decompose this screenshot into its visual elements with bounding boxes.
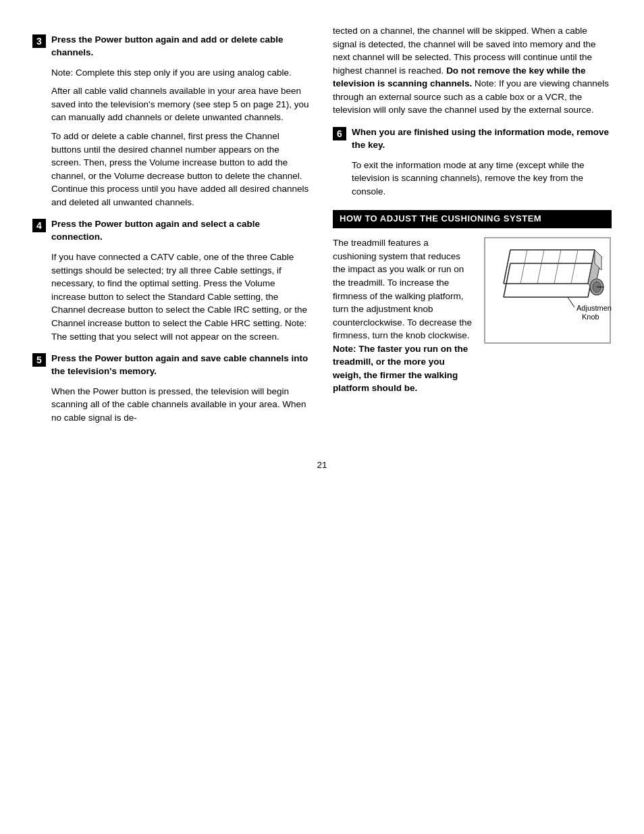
step-4-para1: If you have connected a CATV cable, one …: [51, 251, 311, 343]
step-4: 4 Press the Power button again and selec…: [32, 218, 311, 244]
svg-text:Knob: Knob: [582, 313, 599, 321]
two-column-layout: 3 Press the Power button again and add o…: [32, 24, 612, 432]
page-number: 21: [32, 459, 612, 472]
cushion-content: The treadmill features a cushioning syst…: [333, 236, 612, 395]
step-5-continued: tected on a channel, the channel will be…: [333, 24, 612, 117]
step-3-para3: To add or delete a cable channel, first …: [51, 130, 311, 209]
step-5-title: Press the Power button again and save ca…: [51, 353, 311, 378]
step-5-para1: When the Power button is pressed, the te…: [51, 385, 311, 425]
left-column: 3 Press the Power button again and add o…: [32, 24, 311, 432]
cushion-para2-text: turn the knob clockwise.: [373, 330, 470, 340]
page: 3 Press the Power button again and add o…: [0, 0, 644, 834]
step-3-number: 3: [32, 34, 46, 48]
step-3-para1: Note: Complete this step only if you are…: [51, 66, 311, 80]
cushion-text: The treadmill features a cushioning syst…: [333, 236, 474, 395]
cushion-para1-text: The treadmill features a cushioning syst…: [333, 238, 472, 340]
step-4-title: Press the Power button again and select …: [51, 218, 311, 244]
svg-text:Adjustment: Adjustment: [576, 304, 612, 312]
cushion-svg: Adjustment Knob: [483, 236, 612, 344]
step-5: 5 Press the Power button again and save …: [32, 353, 311, 378]
step-3-para2: After all cable valid channels available…: [51, 84, 311, 124]
cushion-section-header: HOW TO ADJUST THE CUSHIONING SYSTEM: [333, 210, 612, 228]
right-column: tected on a channel, the channel will be…: [333, 24, 612, 432]
step-4-body: If you have connected a CATV cable, one …: [51, 251, 311, 343]
step-5-body: When the Power button is pressed, the te…: [51, 385, 311, 425]
cushion-para2-bold: Note: The faster you run on the treadmil…: [333, 344, 468, 394]
cushion-section: HOW TO ADJUST THE CUSHIONING SYSTEM The …: [333, 210, 612, 395]
step-6: 6 When you are finished using the inform…: [333, 126, 612, 152]
step-6-body: To exit the information mode at any time…: [352, 159, 612, 199]
step-3-title: Press the Power button again and add or …: [51, 34, 311, 59]
cushion-diagram: Adjustment Knob: [483, 236, 612, 348]
step-3: 3 Press the Power button again and add o…: [32, 34, 311, 59]
step-5-number: 5: [32, 353, 46, 367]
step-4-number: 4: [32, 219, 46, 232]
step-6-title: When you are finished using the informat…: [352, 126, 612, 152]
step-6-para1: To exit the information mode at any time…: [352, 159, 612, 199]
cushion-para1: The treadmill features a cushioning syst…: [333, 236, 474, 395]
step-6-number: 6: [333, 127, 346, 140]
step-3-body: Note: Complete this step only if you are…: [51, 66, 311, 209]
